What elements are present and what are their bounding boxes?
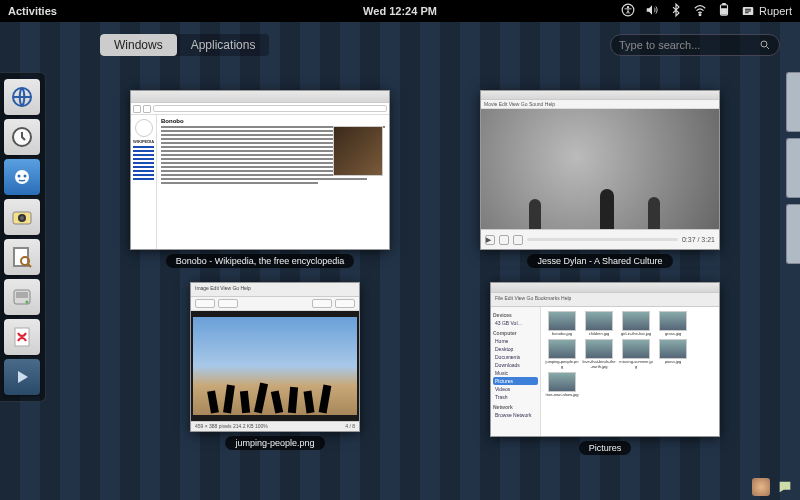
dock-disk-utility[interactable] bbox=[4, 279, 40, 315]
window-caption: jumping-people.png bbox=[225, 436, 324, 450]
video-time: 0:37 / 3:21 bbox=[682, 236, 715, 243]
tab-windows[interactable]: Windows bbox=[100, 34, 177, 56]
svg-point-10 bbox=[15, 170, 29, 184]
view-switcher: Windows Applications bbox=[100, 34, 269, 56]
sidebar-item[interactable]: 43 GB Vol… bbox=[493, 319, 538, 327]
workspace-strip bbox=[786, 72, 800, 264]
window-image-viewer[interactable]: Image Edit View Go Help 459 × 388 pixels… bbox=[190, 282, 360, 432]
dock-search-tool[interactable] bbox=[4, 239, 40, 275]
svg-point-15 bbox=[20, 216, 24, 220]
sidebar-item[interactable]: Documents bbox=[493, 353, 538, 361]
sidebar-item[interactable]: Pictures bbox=[493, 377, 538, 385]
workspace-3[interactable] bbox=[786, 204, 800, 264]
battery-icon[interactable] bbox=[717, 3, 731, 19]
dock-document-viewer[interactable] bbox=[4, 319, 40, 355]
sidebar-section: Devices bbox=[493, 312, 538, 318]
window-wikipedia[interactable]: WIKIPEDIA Bonobo bbox=[130, 90, 390, 250]
svg-point-20 bbox=[26, 301, 29, 304]
file-item[interactable]: grass.jpg bbox=[656, 311, 690, 336]
window-caption: Bonobo - Wikipedia, the free encyclopedi… bbox=[166, 254, 355, 268]
workspace-2[interactable] bbox=[786, 138, 800, 198]
svg-point-12 bbox=[24, 175, 27, 178]
accessibility-icon[interactable] bbox=[621, 3, 635, 19]
message-tray bbox=[752, 478, 794, 496]
file-item[interactable]: bonobo.jpg bbox=[545, 311, 579, 336]
file-item[interactable]: jumping-people.png bbox=[545, 339, 579, 369]
file-item[interactable]: children.jpg bbox=[582, 311, 616, 336]
seek-bar[interactable] bbox=[527, 238, 678, 241]
svg-point-7 bbox=[761, 41, 767, 47]
tray-avatar-icon[interactable] bbox=[752, 478, 770, 496]
svg-point-2 bbox=[699, 14, 701, 16]
dock-clock-app[interactable] bbox=[4, 119, 40, 155]
article-title: Bonobo bbox=[161, 118, 385, 124]
sidebar-item[interactable]: Music bbox=[493, 369, 538, 377]
svg-point-11 bbox=[18, 175, 21, 178]
file-item[interactable]: girl-in-the-hat.jpg bbox=[619, 311, 653, 336]
dock-web-browser[interactable] bbox=[4, 79, 40, 115]
file-item[interactable]: piano.jpg bbox=[656, 339, 690, 369]
overview: WIKIPEDIA Bonobo Bonobo - bbox=[100, 70, 770, 470]
clock[interactable]: Wed 12:24 PM bbox=[363, 5, 437, 17]
window-caption: Jesse Dylan - A Shared Culture bbox=[527, 254, 672, 268]
next-button[interactable] bbox=[513, 235, 523, 245]
network-icon[interactable] bbox=[693, 3, 707, 19]
search-box[interactable] bbox=[610, 34, 780, 56]
tab-applications[interactable]: Applications bbox=[177, 34, 270, 56]
sidebar-item[interactable]: Trash bbox=[493, 393, 538, 401]
volume-icon[interactable] bbox=[645, 3, 659, 19]
sidebar-section: Network bbox=[493, 404, 538, 410]
activities-button[interactable]: Activities bbox=[8, 5, 57, 17]
file-item[interactable]: missing-summer.jpg bbox=[619, 339, 653, 369]
svg-rect-19 bbox=[16, 292, 28, 298]
user-name-label: Rupert bbox=[759, 5, 792, 17]
file-item[interactable]: love-that-binds-the-earth.jpg bbox=[582, 339, 616, 369]
svg-rect-21 bbox=[15, 328, 29, 346]
sidebar-item[interactable]: Browse Network bbox=[493, 411, 538, 419]
play-button[interactable]: ▶ bbox=[485, 235, 495, 245]
dock-media-player[interactable] bbox=[4, 359, 40, 395]
search-icon bbox=[759, 39, 771, 51]
wikipedia-logo-text: WIKIPEDIA bbox=[133, 139, 154, 144]
dock-camera-app[interactable] bbox=[4, 199, 40, 235]
svg-point-1 bbox=[627, 6, 629, 8]
workspace-1[interactable] bbox=[786, 72, 800, 132]
menu-bar: Image Edit View Go Help bbox=[191, 283, 359, 297]
window-video-player[interactable]: Movie Edit View Go Sound Help ▶ 0:37 / 3… bbox=[480, 90, 720, 250]
window-caption: Pictures bbox=[579, 441, 632, 455]
dock bbox=[0, 72, 46, 402]
user-menu[interactable]: Rupert bbox=[741, 4, 792, 18]
sidebar-item[interactable]: Home bbox=[493, 337, 538, 345]
menu-bar: File Edit View Go Bookmarks Help bbox=[491, 293, 719, 307]
bluetooth-icon[interactable] bbox=[669, 3, 683, 19]
svg-rect-5 bbox=[722, 9, 727, 14]
prev-button[interactable] bbox=[499, 235, 509, 245]
search-input[interactable] bbox=[619, 39, 759, 51]
sidebar-item[interactable]: Downloads bbox=[493, 361, 538, 369]
sidebar-section: Computer bbox=[493, 330, 538, 336]
svg-rect-4 bbox=[723, 4, 725, 5]
dock-chat-app[interactable] bbox=[4, 159, 40, 195]
image-info: 459 × 388 pixels 214.2 KB 100% bbox=[195, 423, 268, 430]
image-index: 4 / 8 bbox=[345, 423, 355, 430]
file-item[interactable]: true-man-show.jpg bbox=[545, 372, 579, 397]
tray-chat-icon[interactable] bbox=[776, 478, 794, 496]
sidebar-item[interactable]: Desktop bbox=[493, 345, 538, 353]
window-file-manager[interactable]: File Edit View Go Bookmarks Help Devices… bbox=[490, 282, 720, 437]
sidebar-item[interactable]: Videos bbox=[493, 385, 538, 393]
